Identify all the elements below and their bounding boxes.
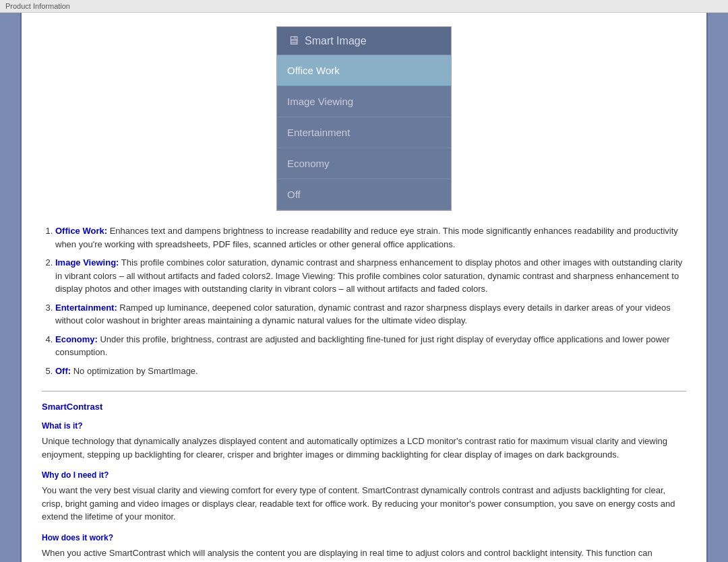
content-section: Office Work: Enhances text and dampens b… [42,224,686,562]
menu-item-entertainment[interactable]: Entertainment [277,117,451,148]
list-item-entertainment: Entertainment: Ramped up luminance, deep… [55,301,686,327]
list-item-office-work: Office Work: Enhances text and dampens b… [55,224,686,251]
menu-item-economy[interactable]: Economy [277,148,451,179]
why-need-it-heading: Why do I need it? [42,470,686,480]
smart-contrast-heading: SmartContrast [42,402,686,412]
entertainment-link[interactable]: Entertainment: [55,303,117,313]
top-bar-label: Product Information [5,2,70,10]
top-bar: Product Information [0,0,728,13]
smart-contrast-section: SmartContrast What is it? Unique technol… [42,402,686,562]
what-is-it-heading: What is it? [42,421,686,431]
list-item-off: Off: No optimization by SmartImage. [55,365,686,378]
smart-image-icon: 🖥 [287,34,299,48]
off-link[interactable]: Off: [55,366,71,376]
smart-image-header: 🖥 Smart Image [277,27,451,55]
smart-image-title: Smart Image [305,35,367,47]
how-does-it-work-text: When you active SmartContrast which will… [42,547,686,563]
list-item-image-viewing: Image Viewing: This profile combines col… [55,256,686,296]
economy-link[interactable]: Economy: [55,334,98,344]
image-viewing-link[interactable]: Image Viewing: [55,257,119,268]
sidebar-left [0,13,22,562]
why-need-it-text: You want the very best visual clarity an… [42,484,686,524]
main-content: 🖥 Smart Image Office Work Image Viewing … [22,13,706,562]
how-does-it-work-heading: How does it work? [42,533,686,542]
smart-image-panel: 🖥 Smart Image Office Work Image Viewing … [276,26,452,211]
menu-item-office-work[interactable]: Office Work [277,55,451,86]
list-item-economy: Economy: Under this profile, brightness,… [55,333,686,359]
feature-list: Office Work: Enhances text and dampens b… [42,224,686,377]
menu-item-off[interactable]: Off [277,179,451,210]
section-divider [42,391,686,392]
office-work-link[interactable]: Office Work: [55,226,107,236]
what-is-it-text: Unique technology that dynamically analy… [42,435,686,461]
menu-item-image-viewing[interactable]: Image Viewing [277,86,451,117]
sidebar-right [706,13,728,562]
